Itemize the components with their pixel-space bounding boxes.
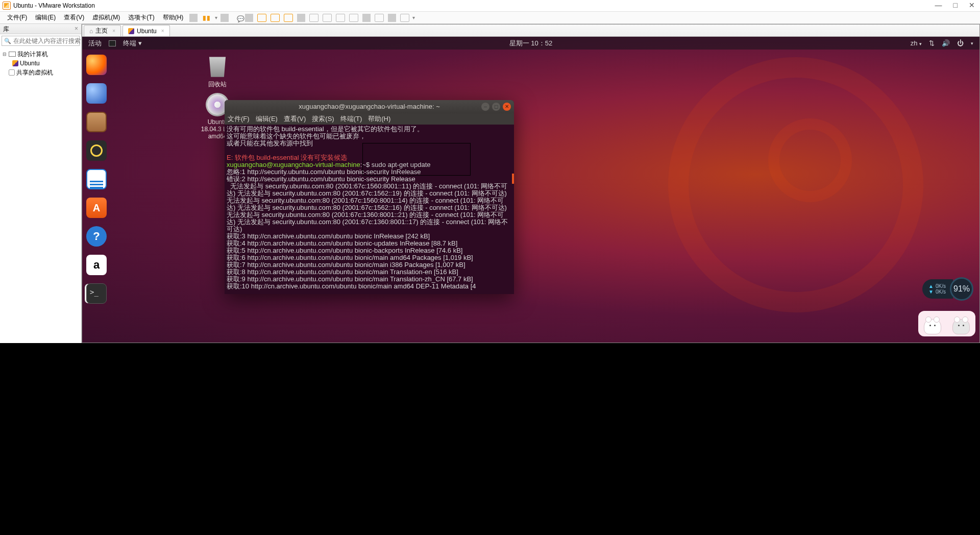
terminal-titlebar[interactable]: xuguangchao@xuguangchao-virtual-machine:… — [225, 100, 514, 113]
ubuntu-dock: a — [85, 55, 108, 304]
menu-file[interactable]: 文件(F) — [3, 12, 31, 23]
term-maximize-button[interactable]: ◻ — [492, 103, 500, 111]
library-close-button[interactable]: × — [75, 25, 78, 33]
vm-view: ⌂主页× Ubuntu× 活动 终端 ▾ 星期一 10：52 zh ▾ ⇅ 🔊 … — [82, 24, 980, 343]
percent-gauge[interactable]: 91% — [950, 277, 973, 301]
terminal-body[interactable]: 没有可用的软件包 build-essential，但是它被其它的软件包引用了。 … — [225, 125, 514, 294]
term-close-button[interactable]: ✕ — [503, 103, 511, 111]
menu-tabs[interactable]: 选项卡(T) — [124, 12, 158, 23]
terminal-window[interactable]: xuguangchao@xuguangchao-virtual-machine:… — [225, 100, 514, 294]
stretch-icon[interactable] — [400, 14, 409, 22]
thunderbird-icon[interactable] — [86, 83, 107, 104]
term-menu-help[interactable]: 帮助(H) — [368, 115, 390, 123]
search-input[interactable] — [13, 37, 90, 44]
pause-button[interactable]: ▮▮ — [200, 14, 214, 21]
term-menu-file[interactable]: 文件(F) — [228, 115, 250, 123]
host-menubar: 文件(F) 编辑(E) 查看(V) 虚拟机(M) 选项卡(T) 帮助(H) ▮▮… — [0, 12, 980, 24]
help-icon[interactable] — [86, 226, 107, 247]
host-titlebar: Ubuntu - VMware Workstation — □ ✕ — [0, 0, 980, 12]
host-title: Ubuntu - VMware Workstation — [13, 2, 95, 9]
rhythmbox-icon[interactable] — [86, 140, 107, 161]
view-single-icon[interactable] — [309, 14, 318, 22]
gnome-topbar: 活动 终端 ▾ 星期一 10：52 zh ▾ ⇅ 🔊 ⏻ ▾ — [82, 37, 979, 50]
term-menu-search[interactable]: 搜索(S) — [312, 115, 334, 123]
separator — [220, 14, 229, 22]
separator — [297, 14, 305, 22]
menu-help[interactable]: 帮助(H) — [159, 12, 188, 23]
term-menu-view[interactable]: 查看(V) — [284, 115, 306, 123]
tree-shared[interactable]: 共享的虚拟机 — [2, 68, 79, 77]
tab-home[interactable]: ⌂主页× — [84, 25, 121, 36]
terminal-scrollbar[interactable] — [512, 174, 514, 184]
amazon-icon[interactable]: a — [86, 255, 107, 275]
bears-sticker[interactable] — [918, 311, 975, 336]
power-icon[interactable]: ⏻ — [957, 39, 964, 47]
term-line: 获取:5 http://cn.archive.ubuntu.com/ubuntu… — [227, 247, 462, 254]
active-app-label[interactable]: 终端 ▾ — [123, 39, 142, 48]
terminal-title: xuguangchao@xuguangchao-virtual-machine:… — [299, 103, 440, 110]
tree-root[interactable]: ⊟我的计算机 — [2, 50, 79, 59]
volume-icon[interactable]: 🔊 — [942, 39, 950, 47]
term-line: 获取:10 http://cn.archive.ubuntu.com/ubunt… — [227, 282, 476, 290]
guest-desktop[interactable]: 活动 终端 ▾ 星期一 10：52 zh ▾ ⇅ 🔊 ⏻ ▾ — [82, 37, 979, 343]
input-lang[interactable]: zh ▾ — [911, 39, 922, 47]
minimize-button[interactable]: — — [935, 1, 942, 9]
menu-vm[interactable]: 虚拟机(M) — [88, 12, 124, 23]
snapshot-revert-icon[interactable] — [271, 14, 280, 22]
view-multi-icon[interactable] — [323, 14, 332, 22]
terminal-indicator-icon — [109, 40, 116, 46]
vm-tabs: ⌂主页× Ubuntu× — [82, 25, 979, 37]
snapshot-take-icon[interactable] — [257, 14, 266, 22]
library-search[interactable]: 🔍 ▼ — [2, 36, 80, 46]
separator — [362, 14, 371, 22]
tab-ubuntu[interactable]: Ubuntu× — [122, 25, 170, 36]
close-button[interactable]: ✕ — [969, 1, 975, 9]
term-line-error: E: 软件包 build-essential 没有可安装候选 — [227, 154, 347, 161]
view-fullscreen-icon[interactable] — [336, 14, 345, 22]
term-line: 获取:3 http://cn.archive.ubuntu.com/ubuntu… — [227, 232, 430, 240]
term-line: 错误:2 http://security.ubuntu.com/ubuntu b… — [227, 175, 415, 183]
ubuntu-software-icon[interactable] — [86, 198, 107, 218]
toolbar-send-icon[interactable]: 💬 — [233, 14, 241, 22]
trash-icon — [206, 55, 229, 78]
terminal-launcher-icon[interactable] — [86, 283, 107, 304]
files-icon[interactable] — [86, 112, 107, 132]
home-icon: ⌂ — [89, 28, 93, 35]
network-icon[interactable]: ⇅ — [929, 39, 935, 47]
term-line: 获取:6 http://cn.archive.ubuntu.com/ubuntu… — [227, 254, 473, 261]
activities-button[interactable]: 活动 — [88, 39, 102, 48]
computer-icon — [9, 52, 16, 57]
maximize-button[interactable]: □ — [953, 1, 958, 9]
term-minimize-button[interactable]: – — [481, 103, 489, 111]
libreoffice-writer-icon[interactable] — [86, 169, 107, 189]
term-menu-edit[interactable]: 编辑(E) — [256, 115, 278, 123]
term-line: 无法发起与 security.ubuntu.com:80 (2001:67c:1… — [227, 182, 508, 233]
term-line: 获取:8 http://cn.archive.ubuntu.com/ubuntu… — [227, 268, 458, 276]
pause-dropdown[interactable]: ▾ — [214, 15, 218, 20]
term-line: 没有可用的软件包 build-essential，但是它被其它的软件包引用了。 — [227, 125, 424, 133]
tab-close-icon[interactable]: × — [112, 28, 115, 34]
view-unity-icon[interactable] — [349, 14, 358, 22]
snapshot-manage-icon[interactable] — [284, 14, 293, 22]
menu-edit[interactable]: 编辑(E) — [31, 12, 60, 23]
firefox-icon[interactable] — [86, 55, 107, 75]
separator — [245, 14, 253, 22]
trash-desktop-icon[interactable]: 回收站 — [197, 55, 238, 89]
enter-fullscreen-icon[interactable] — [375, 14, 384, 22]
tab-close-icon[interactable]: × — [161, 28, 164, 34]
term-line: 获取:7 http://cn.archive.ubuntu.com/ubuntu… — [227, 261, 465, 269]
bear-icon — [924, 319, 941, 334]
system-menu-dropdown[interactable]: ▾ — [971, 41, 973, 46]
menu-view[interactable]: 查看(V) — [60, 12, 88, 23]
network-speed-widget[interactable]: ▲0K/s ▼0K/s 91% — [922, 277, 973, 301]
term-line: 获取:9 http://cn.archive.ubuntu.com/ubuntu… — [227, 275, 473, 283]
ubuntu-icon — [12, 60, 18, 66]
tree-vm-ubuntu[interactable]: Ubuntu — [2, 59, 79, 68]
clock[interactable]: 星期一 10：52 — [509, 39, 553, 48]
bear-icon — [952, 319, 970, 334]
stretch-dropdown[interactable]: ▾ — [411, 15, 416, 20]
separator — [388, 14, 396, 22]
term-menu-terminal[interactable]: 终端(T) — [340, 115, 362, 123]
term-line: 获取:4 http://cn.archive.ubuntu.com/ubuntu… — [227, 239, 457, 247]
library-title: 库 — [3, 25, 9, 33]
